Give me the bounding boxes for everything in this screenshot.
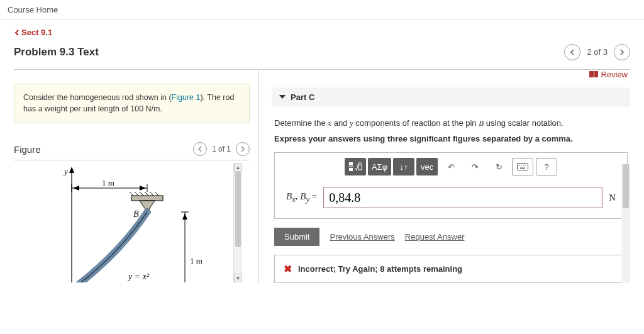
figure-counter: 1 of 1 <box>212 145 231 153</box>
review-icon <box>589 71 598 77</box>
figure-scrollbar[interactable]: ▲ ▼ <box>233 163 242 282</box>
scroll-thumb[interactable] <box>623 164 629 208</box>
part-label: Part C <box>291 92 314 102</box>
review-link[interactable]: Review <box>589 70 628 79</box>
svg-line-12 <box>140 192 143 196</box>
figure-link[interactable]: Figure 1 <box>172 93 201 102</box>
svg-text:1 m: 1 m <box>190 256 203 265</box>
svg-marker-1 <box>69 167 74 173</box>
request-answer-link[interactable]: Request Answer <box>405 232 465 242</box>
figure-next-button[interactable] <box>236 142 250 156</box>
svg-text:1 m: 1 m <box>102 178 114 187</box>
svg-rect-28 <box>518 164 528 170</box>
question-text: Determine the x and y components of reac… <box>274 117 628 130</box>
keyboard-icon <box>517 163 528 170</box>
svg-rect-25 <box>349 168 353 171</box>
help-button[interactable]: ? <box>536 158 557 175</box>
caret-down-icon <box>279 95 286 99</box>
svg-line-14 <box>150 192 153 196</box>
figure-title: Figure <box>14 144 41 155</box>
keyboard-button[interactable] <box>512 158 533 175</box>
back-section-label: Sect 9.1 <box>21 28 52 37</box>
reset-button[interactable]: ↻ <box>488 158 509 175</box>
answer-lhs: Bx, By = <box>286 191 317 204</box>
vec-button[interactable]: vec <box>416 158 438 175</box>
svg-point-32 <box>525 165 526 166</box>
chevron-left-icon <box>197 146 203 152</box>
figure-prev-button[interactable] <box>193 142 207 156</box>
svg-marker-7 <box>140 186 146 191</box>
svg-point-30 <box>521 165 522 166</box>
scroll-thumb[interactable] <box>235 172 241 247</box>
figure-diagram: y 1 m B <box>28 163 229 282</box>
svg-line-10 <box>130 192 133 196</box>
svg-rect-24 <box>349 162 353 165</box>
answer-input[interactable] <box>323 187 602 208</box>
svg-line-11 <box>135 192 138 196</box>
subsup-button[interactable]: ↓↑ <box>393 158 414 175</box>
figure-viewport: y 1 m B <box>14 163 250 282</box>
svg-line-13 <box>145 192 148 196</box>
svg-rect-27 <box>358 165 362 170</box>
answer-instruction: Express your answers using three signifi… <box>274 134 628 143</box>
problem-statement: Consider the homogeneous rod shown in (F… <box>14 84 250 124</box>
svg-rect-33 <box>520 168 525 169</box>
answer-box: ΑΣφ ↓↑ vec ↶ ↷ ↻ ? Bx, By = <box>274 152 628 219</box>
chevron-right-icon <box>619 49 625 55</box>
back-section-link[interactable]: Sect 9.1 <box>14 28 52 37</box>
greek-button[interactable]: ΑΣφ <box>368 158 391 175</box>
equation-toolbar: ΑΣφ ↓↑ vec ↶ ↷ ↻ ? <box>275 153 627 182</box>
svg-text:B: B <box>133 209 139 219</box>
scroll-up-icon[interactable]: ▲ <box>234 163 242 172</box>
svg-rect-9 <box>131 196 163 201</box>
redo-button[interactable]: ↷ <box>464 158 486 175</box>
part-header[interactable]: Part C <box>272 87 630 107</box>
undo-button[interactable]: ↶ <box>440 158 462 175</box>
chevron-right-icon <box>240 146 246 152</box>
svg-marker-6 <box>73 186 79 191</box>
chevron-left-icon <box>569 49 575 55</box>
svg-text:y = x²: y = x² <box>127 272 150 281</box>
feedback-box: ✖ Incorrect; Try Again; 8 attempts remai… <box>274 255 628 283</box>
prev-problem-button[interactable] <box>564 44 580 60</box>
svg-point-31 <box>523 165 524 166</box>
previous-answers-link[interactable]: Previous Answers <box>330 232 394 242</box>
feedback-text: Incorrect; Try Again; 8 attempts remaini… <box>298 264 462 274</box>
fraction-sqrt-icon <box>348 162 362 172</box>
review-label: Review <box>601 70 628 79</box>
answer-unit: N <box>609 192 616 203</box>
svg-point-29 <box>519 165 520 166</box>
problem-title: Problem 9.3 Text <box>14 46 99 58</box>
incorrect-icon: ✖ <box>284 263 292 275</box>
svg-text:y: y <box>63 167 68 176</box>
next-problem-button[interactable] <box>614 44 630 60</box>
svg-marker-21 <box>182 213 187 220</box>
svg-line-15 <box>155 192 158 196</box>
submit-button[interactable]: Submit <box>274 228 319 246</box>
chevron-left-icon <box>14 30 20 36</box>
breadcrumb[interactable]: Course Home <box>0 0 644 20</box>
panel-scrollbar[interactable] <box>621 164 630 284</box>
problem-counter: 2 of 3 <box>587 47 608 57</box>
scroll-down-icon[interactable]: ▼ <box>234 274 242 282</box>
templates-button[interactable] <box>345 158 366 175</box>
